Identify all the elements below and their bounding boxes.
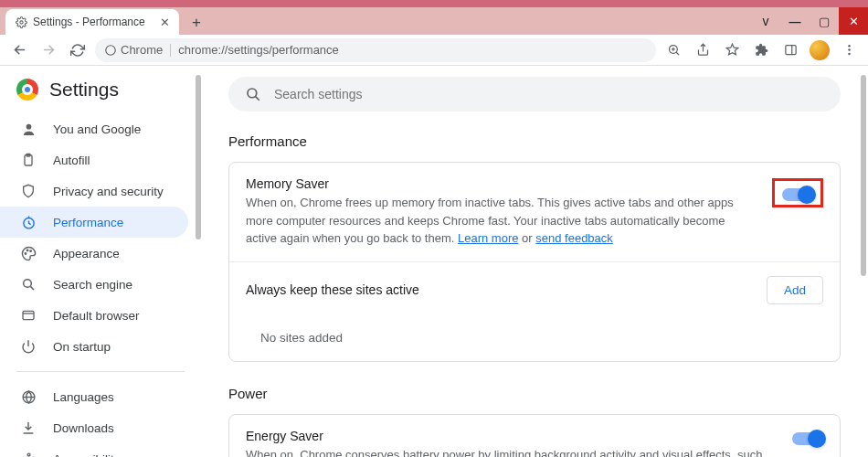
accessibility-icon bbox=[20, 452, 37, 458]
tab-strip: Settings - Performance ✕ + bbox=[0, 7, 868, 35]
settings-search[interactable] bbox=[228, 77, 841, 112]
new-tab-button[interactable]: + bbox=[185, 11, 208, 35]
window-close-button[interactable] bbox=[839, 7, 868, 35]
svg-point-18 bbox=[248, 89, 257, 98]
svg-point-1 bbox=[106, 45, 116, 55]
window-dropdown-button[interactable] bbox=[751, 7, 780, 35]
sidepanel-icon[interactable] bbox=[778, 38, 802, 62]
memory-saver-toggle[interactable] bbox=[782, 188, 813, 201]
sidebar-item-label: You and Google bbox=[53, 122, 141, 136]
browser-tab[interactable]: Settings - Performance ✕ bbox=[5, 9, 179, 35]
performance-card: Memory Saver When on, Chrome frees up me… bbox=[228, 162, 841, 362]
sidebar-item-label: Appearance bbox=[53, 247, 120, 260]
window-minimize-button[interactable] bbox=[780, 7, 810, 35]
settings-search-input[interactable] bbox=[274, 87, 824, 101]
energy-saver-toggle[interactable] bbox=[792, 432, 823, 445]
sidebar-item-performance[interactable]: Performance bbox=[0, 207, 188, 238]
person-icon bbox=[20, 122, 37, 137]
sidebar-separator bbox=[16, 371, 185, 372]
gear-icon bbox=[15, 16, 27, 28]
sidebar-item-downloads[interactable]: Downloads bbox=[0, 412, 188, 443]
memory-saver-desc: When on, Chrome frees up memory from ina… bbox=[246, 194, 757, 248]
site-chip-label: Chrome bbox=[121, 43, 163, 57]
memory-saver-highlight bbox=[772, 178, 823, 207]
svg-point-17 bbox=[27, 453, 30, 456]
sidebar-item-label: Accessibility bbox=[53, 452, 121, 458]
energy-saver-desc: When on, Chrome conserves battery power … bbox=[246, 446, 778, 458]
back-button[interactable] bbox=[7, 38, 31, 62]
download-icon bbox=[20, 420, 37, 435]
sidebar-item-label: Performance bbox=[53, 216, 123, 229]
chrome-logo-icon bbox=[16, 79, 38, 101]
profile-avatar[interactable] bbox=[808, 38, 831, 62]
svg-point-4 bbox=[848, 45, 851, 48]
search-icon bbox=[245, 86, 261, 102]
site-chip: Chrome bbox=[104, 43, 163, 57]
main-content: Performance Memory Saver When on, Chrome… bbox=[201, 66, 868, 457]
sidebar-item-label: Privacy and security bbox=[53, 185, 164, 198]
close-tab-icon[interactable]: ✕ bbox=[160, 16, 170, 29]
search-icon bbox=[20, 277, 37, 292]
svg-point-6 bbox=[848, 53, 851, 56]
main-scrollbar[interactable] bbox=[861, 75, 866, 276]
sidebar-item-label: Search engine bbox=[53, 278, 132, 292]
palette-icon bbox=[20, 246, 37, 261]
forward-button[interactable] bbox=[37, 38, 60, 62]
tab-title: Settings - Performance bbox=[33, 16, 154, 28]
sidebar-item-label: Downloads bbox=[53, 421, 114, 435]
sidebar-item-default-browser[interactable]: Default browser bbox=[0, 300, 188, 331]
sidebar-item-search-engine[interactable]: Search engine bbox=[0, 269, 188, 300]
sidebar-item-you-and-google[interactable]: You and Google bbox=[0, 113, 188, 144]
window-titlebar bbox=[0, 0, 868, 7]
section-title-performance: Performance bbox=[228, 133, 841, 149]
sidebar-item-label: On startup bbox=[53, 340, 111, 354]
svg-point-12 bbox=[26, 250, 27, 250]
menu-icon[interactable] bbox=[837, 38, 861, 62]
no-sites-text: No sites added bbox=[229, 318, 840, 361]
settings-sidebar: Settings You and Google Autofill Privacy… bbox=[0, 66, 201, 457]
zoom-icon[interactable] bbox=[662, 38, 685, 62]
memory-saver-title: Memory Saver bbox=[246, 176, 757, 191]
sidebar-item-accessibility[interactable]: Accessibility bbox=[0, 443, 188, 457]
address-bar[interactable]: Chrome chrome://settings/performance bbox=[95, 38, 656, 62]
power-card: Energy Saver When on, Chrome conserves b… bbox=[228, 414, 841, 458]
extensions-icon[interactable] bbox=[749, 38, 773, 62]
sidebar-item-appearance[interactable]: Appearance bbox=[0, 238, 188, 269]
bookmark-icon[interactable] bbox=[720, 38, 744, 62]
add-site-button[interactable]: Add bbox=[767, 276, 823, 304]
browser-icon bbox=[20, 308, 37, 323]
svg-point-13 bbox=[29, 250, 30, 250]
svg-point-5 bbox=[848, 48, 851, 51]
svg-rect-3 bbox=[785, 46, 795, 55]
settings-heading: Settings bbox=[49, 79, 119, 101]
clipboard-icon bbox=[20, 153, 37, 167]
sidebar-item-autofill[interactable]: Autofill bbox=[0, 144, 188, 175]
power-icon bbox=[20, 339, 37, 354]
sidebar-item-privacy[interactable]: Privacy and security bbox=[0, 175, 188, 207]
svg-point-11 bbox=[25, 252, 26, 253]
reload-button[interactable] bbox=[66, 38, 90, 62]
svg-point-7 bbox=[26, 123, 31, 129]
globe-icon bbox=[20, 389, 37, 405]
svg-point-14 bbox=[24, 280, 32, 288]
window-maximize-button[interactable] bbox=[810, 7, 839, 35]
url-text: chrome://settings/performance bbox=[178, 43, 339, 57]
sidebar-item-label: Autofill bbox=[53, 154, 90, 167]
send-feedback-link[interactable]: send feedback bbox=[535, 231, 613, 245]
shield-icon bbox=[20, 184, 37, 198]
share-icon[interactable] bbox=[691, 38, 715, 62]
section-title-power: Power bbox=[228, 386, 841, 401]
sidebar-item-on-startup[interactable]: On startup bbox=[0, 331, 188, 362]
svg-point-0 bbox=[19, 20, 22, 23]
sidebar-item-label: Default browser bbox=[53, 309, 140, 323]
sidebar-item-label: Languages bbox=[53, 390, 114, 404]
always-active-title: Always keep these sites active bbox=[246, 282, 752, 297]
performance-icon bbox=[20, 215, 37, 230]
energy-saver-title: Energy Saver bbox=[246, 429, 778, 443]
sidebar-item-languages[interactable]: Languages bbox=[0, 381, 188, 412]
learn-more-link[interactable]: Learn more bbox=[458, 231, 518, 245]
browser-toolbar: Chrome chrome://settings/performance bbox=[0, 35, 868, 66]
svg-rect-15 bbox=[23, 311, 34, 319]
separator bbox=[170, 44, 171, 57]
